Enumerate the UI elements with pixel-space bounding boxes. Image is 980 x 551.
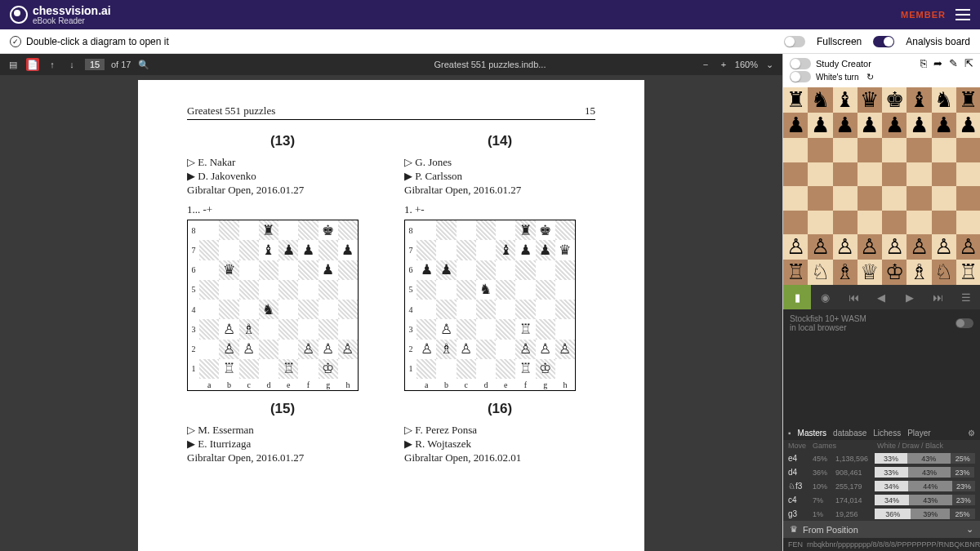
study-toggle[interactable] xyxy=(790,58,811,69)
prev-icon[interactable]: ◀ xyxy=(867,285,895,309)
puzzle-16: (16) ▷ F. Perez Ponsa ▶ R. Wojtaszek Gib… xyxy=(404,401,595,471)
turn-toggle[interactable] xyxy=(790,71,811,82)
chevron-down-icon: ⌄ xyxy=(966,524,973,535)
member-badge[interactable]: MEMBER xyxy=(901,10,946,20)
external-icon[interactable]: ⇱ xyxy=(964,57,973,69)
analysis-board[interactable]: ♜♞♝♛♚♝♞♜♟♟♟♟♟♟♟♟♙♙♙♙♙♙♙♙♖♘♗♕♔♗♘♖ xyxy=(783,87,980,285)
tab-player[interactable]: Player xyxy=(907,429,930,438)
logo[interactable]: chessvision.ai eBook Reader xyxy=(10,5,111,25)
app-name: chessvision.ai xyxy=(33,5,111,16)
share-icon[interactable]: ➦ xyxy=(933,57,942,69)
sidebar-icon[interactable]: ▤ xyxy=(7,58,20,71)
book-icon[interactable]: ▮ xyxy=(783,285,811,309)
puzzle-15: (15) ▷ M. Esserman ▶ E. Iturrizaga Gibra… xyxy=(187,401,378,471)
doc-title: Greatest 551 puzzles.indb... xyxy=(434,60,546,69)
pdf-icon[interactable]: 📄 xyxy=(26,58,39,71)
analysis-panel: Study Creator ⎘ ➦ ✎ ⇱ White's turn ↻ ♜♞♝… xyxy=(782,54,980,551)
diagram-13[interactable]: 8♜♚7♝♟♟♟6♛♟54♞3♙♗2♙♙♙♙♙1♖♖♔abcdefgh xyxy=(187,220,378,391)
chevron-down-icon[interactable]: ⌄ xyxy=(763,58,776,71)
study-label: Study Creator xyxy=(816,59,871,69)
sub-bar: ✓ Double-click a diagram to open it Full… xyxy=(0,29,980,54)
list-icon[interactable]: ☰ xyxy=(952,285,980,309)
last-icon[interactable]: ⏭ xyxy=(924,285,951,309)
database-panel: ▪ Masters database Lichess Player ⚙ Move… xyxy=(783,426,980,521)
copy-icon[interactable]: ⎘ xyxy=(920,57,927,69)
up-icon[interactable]: ↑ xyxy=(46,58,59,71)
zoom-in-icon[interactable]: + xyxy=(717,58,730,71)
puzzle-14: (14) ▷ G. Jones ▶ P. Carlsson Gibraltar … xyxy=(404,133,595,391)
tab-lichess[interactable]: Lichess xyxy=(873,429,901,438)
search-icon[interactable]: 🔍 xyxy=(137,58,150,71)
reader-pane: ▤ 📄 ↑ ↓ of 17 🔍 Greatest 551 puzzles.ind… xyxy=(0,54,782,551)
document-page: Greatest 551 puzzles 15 (13) ▷ E. Nakar … xyxy=(138,80,644,551)
tip: ✓ Double-click a diagram to open it xyxy=(10,36,169,47)
edit-icon[interactable]: ✎ xyxy=(949,57,958,69)
analysis-toggle[interactable] xyxy=(873,36,894,47)
tip-text: Double-click a diagram to open it xyxy=(26,36,169,47)
page-header-title: Greatest 551 puzzles xyxy=(187,104,275,118)
page-input[interactable] xyxy=(85,59,105,70)
reader-toolbar: ▤ 📄 ↑ ↓ of 17 🔍 Greatest 551 puzzles.ind… xyxy=(0,54,782,75)
fullscreen-label: Fullscreen xyxy=(817,36,862,47)
first-icon[interactable]: ⏮ xyxy=(840,285,867,309)
app-sub: eBook Reader xyxy=(33,16,111,25)
db-row[interactable]: e445%1,138,59633%43%25% xyxy=(783,451,980,465)
refresh-icon[interactable]: ↻ xyxy=(866,72,874,82)
crown-icon: ♛ xyxy=(790,524,798,535)
next-icon[interactable]: ▶ xyxy=(896,285,924,309)
db-row[interactable]: ♘f310%255,17934%44%23% xyxy=(783,479,980,493)
turn-label: White's turn xyxy=(816,73,858,82)
db-row[interactable]: d436%908,46133%43%23% xyxy=(783,465,980,479)
check-icon: ✓ xyxy=(10,36,21,47)
tab-masters[interactable]: Masters xyxy=(798,429,827,438)
top-bar: chessvision.ai eBook Reader MEMBER xyxy=(0,0,980,29)
db-row[interactable]: c47%174,01434%43%23% xyxy=(783,493,980,507)
engine-row: Stockfish 10+ WASM in local browser xyxy=(783,309,980,337)
book-small-icon[interactable]: ▪ xyxy=(788,429,791,438)
analysis-label: Analysis board xyxy=(906,36,970,47)
puzzle-13: (13) ▷ E. Nakar ▶ D. Jakovenko Gibraltar… xyxy=(187,133,378,391)
down-icon[interactable]: ↓ xyxy=(65,58,78,71)
gear-icon[interactable]: ⚙ xyxy=(968,429,975,438)
diagram-14[interactable]: 8♜♚7♝♟♟♛6♟♟5♞43♙♖2♙♗♙♙♙♙1♖♔abcdefgh xyxy=(404,220,595,391)
engine-toggle[interactable] xyxy=(956,318,973,328)
page-header-num: 15 xyxy=(585,104,595,118)
zoom-out-icon[interactable]: − xyxy=(699,58,712,71)
page-total: of 17 xyxy=(111,60,131,69)
move-controls: ▮ ◉ ⏮ ◀ ▶ ⏭ ☰ xyxy=(783,285,980,309)
fen-row[interactable]: FEN rnbqkbnr/pppppppp/8/8/8/8/PPPPPPPP/R… xyxy=(783,538,980,551)
from-position[interactable]: ♛ From Position ⌄ xyxy=(783,521,980,538)
fullscreen-toggle[interactable] xyxy=(784,36,805,47)
menu-icon[interactable] xyxy=(956,9,970,20)
eye-icon xyxy=(10,6,28,24)
record-icon[interactable]: ◉ xyxy=(811,285,839,309)
zoom-level: 160% xyxy=(735,60,758,69)
db-row[interactable]: g31%19,25636%39%25% xyxy=(783,507,980,521)
